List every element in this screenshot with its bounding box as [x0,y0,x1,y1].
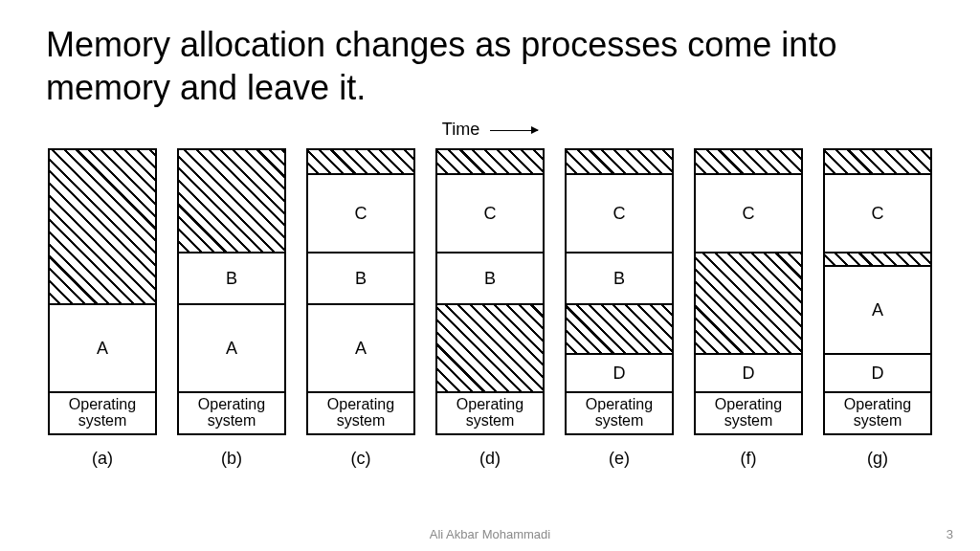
segment-free [50,150,155,303]
column-caption: (e) [609,449,630,469]
memory-column: CADOperating system(g) [823,148,932,464]
slide: Memory allocation changes as processes c… [0,0,980,551]
column-caption: (a) [92,449,113,469]
footer-page-number: 3 [947,527,953,541]
segment-process: B [567,252,672,303]
memory-bar: CDOperating system [694,148,803,435]
memory-column: CBOperating system(d) [435,148,545,464]
segment-free [567,303,672,353]
arrow-right-icon [490,130,538,131]
segment-process: B [179,252,284,303]
segment-process: C [567,173,672,252]
segment-os: Operating system [696,391,801,433]
column-caption: (c) [351,449,371,469]
time-label: Time [442,120,479,139]
segment-free [437,303,543,391]
segment-process: A [50,303,155,391]
column-caption: (f) [741,449,757,469]
segment-os: Operating system [179,391,284,433]
segment-process: C [308,173,413,252]
memory-column: BAOperating system(b) [177,148,286,464]
slide-title: Memory allocation changes as processes c… [46,23,934,109]
memory-column: CDOperating system(f) [694,148,803,464]
segment-os: Operating system [567,391,672,433]
segment-process: A [179,303,284,391]
segment-process: A [825,265,930,353]
footer-author: Ali Akbar Mohammadi [0,527,980,541]
memory-column: AOperating system(a) [48,148,157,464]
segment-os: Operating system [825,391,930,433]
memory-bar: CBOperating system [435,148,545,435]
segment-process: C [437,173,543,252]
memory-bar: BAOperating system [177,148,286,435]
segment-process: B [308,252,413,303]
segment-os: Operating system [308,391,413,433]
memory-bar: CBDOperating system [565,148,674,435]
segment-free [696,150,801,173]
segment-process: D [567,353,672,391]
time-axis: Time [0,120,980,140]
segment-free [179,150,284,252]
segment-free [825,252,930,265]
column-caption: (b) [221,449,242,469]
segment-process: A [308,303,413,391]
segment-os: Operating system [50,391,155,433]
column-caption: (g) [867,449,888,469]
segment-os: Operating system [437,391,543,433]
segment-free [825,150,930,173]
segment-process: C [696,173,801,252]
memory-bar: CBAOperating system [306,148,415,435]
segment-process: D [696,353,801,391]
column-caption: (d) [479,449,501,469]
memory-bar: AOperating system [48,148,157,435]
segment-free [696,252,801,353]
segment-free [567,150,672,173]
memory-diagram: AOperating system(a)BAOperating system(b… [48,148,932,464]
segment-process: B [437,252,543,303]
segment-free [308,150,413,173]
segment-process: D [825,353,930,391]
memory-bar: CADOperating system [823,148,932,435]
segment-process: C [825,173,930,252]
segment-free [437,150,543,173]
memory-column: CBDOperating system(e) [565,148,674,464]
memory-column: CBAOperating system(c) [306,148,415,464]
